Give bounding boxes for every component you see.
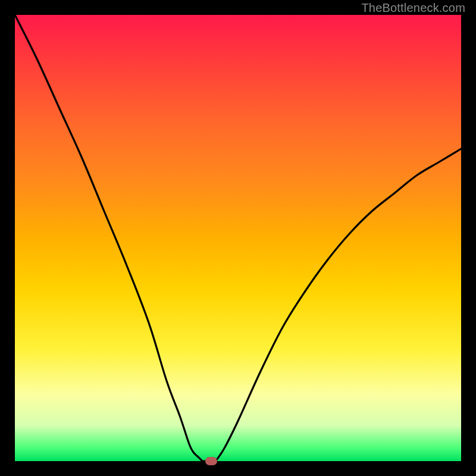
optimal-point-marker: [205, 457, 217, 465]
watermark-text: TheBottleneck.com: [361, 1, 465, 15]
chart-frame: TheBottleneck.com: [0, 0, 476, 476]
bottleneck-curve: [15, 15, 461, 461]
